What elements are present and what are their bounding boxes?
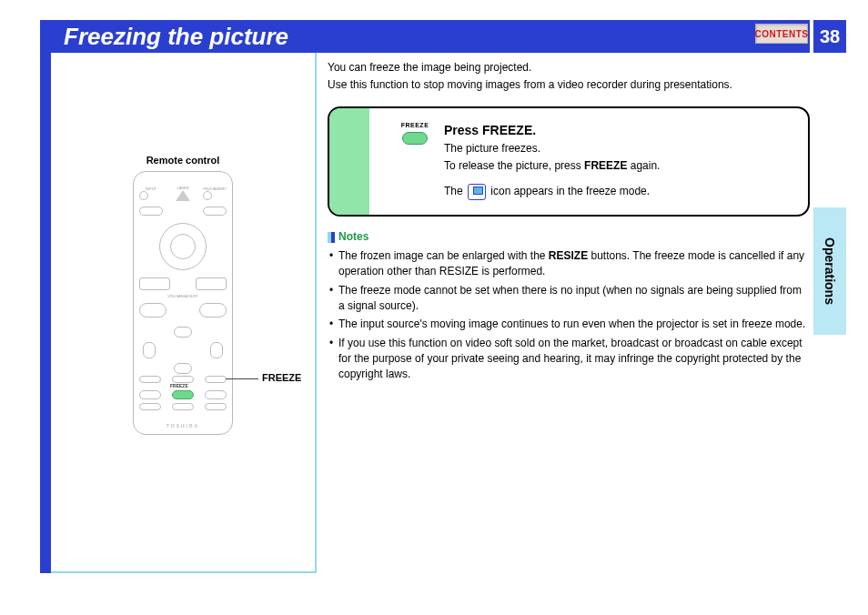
- remote-freeze-label: FREEZE: [170, 383, 188, 388]
- page-title: Freezing the picture: [64, 23, 288, 51]
- notes-list: The frozen image can be enlarged with th…: [328, 248, 810, 381]
- left-blue-rule: [40, 20, 51, 573]
- laser-icon: [176, 190, 190, 201]
- title-bar: Freezing the picture: [51, 20, 810, 53]
- vertical-divider: [315, 53, 317, 573]
- remote-rclick-button: [196, 277, 227, 290]
- remote-illustration: INPUT LASER ON/STANDBY VOLUME/ADJUST: [133, 171, 233, 435]
- intro-line-2: Use this function to stop moving images …: [328, 77, 810, 93]
- freeze-callout: FREEZE: [262, 372, 301, 383]
- remote-brand-label: TOSHIBA: [134, 423, 232, 428]
- remote-lclick-button: [139, 277, 170, 290]
- remote-control-label: Remote control: [51, 155, 315, 166]
- section-tab-label: Operations: [823, 237, 837, 305]
- page-number: 38: [820, 26, 840, 47]
- note-item: The input source's moving image continue…: [328, 317, 810, 332]
- remote-vol-up-button: [199, 303, 227, 318]
- notes-heading: Notes: [328, 229, 810, 245]
- remote-freeze-button: [172, 390, 194, 399]
- remote-vol-down-button: [139, 303, 167, 318]
- instruction-box: FREEZE Press FREEZE. The picture freezes…: [328, 106, 810, 217]
- note-item: The freeze mode cannot be set when there…: [328, 283, 810, 314]
- page-number-badge: 38: [813, 20, 846, 53]
- remote-power-icon: [203, 191, 212, 200]
- contents-label: CONTENTS: [755, 29, 809, 39]
- remote-input-icon: [139, 191, 148, 200]
- freeze-button-diagram: FREEZE: [393, 121, 437, 145]
- instruction-line-2: To release the picture, press FREEZE aga…: [444, 158, 792, 174]
- instruction-title: Press FREEZE.: [444, 121, 792, 139]
- left-column: Remote control INPUT LASER ON/STANDBY: [51, 155, 315, 435]
- contents-button[interactable]: CONTENTS: [755, 24, 808, 44]
- manual-page: Freezing the picture CONTENTS 38 Operati…: [0, 0, 868, 615]
- callout-line: [226, 378, 258, 379]
- notes-bullet-icon: [328, 232, 335, 243]
- freeze-chip-icon: [402, 132, 428, 145]
- note-item: The frozen image can be enlarged with th…: [328, 248, 810, 279]
- intro-line-1: You can freeze the image being projected…: [328, 60, 810, 76]
- content-column: You can freeze the image being projected…: [328, 60, 810, 386]
- remote-keystone-button: [139, 207, 163, 216]
- instruction-line-1: The picture freezes.: [444, 141, 792, 156]
- remote-trackpad-icon: [159, 223, 207, 270]
- section-tab: Operations: [813, 207, 846, 335]
- freeze-mode-icon: [468, 184, 486, 200]
- notes-label: Notes: [338, 229, 368, 245]
- note-item: If you use this function on video soft s…: [328, 336, 810, 381]
- instruction-green-tab: [329, 108, 369, 215]
- remote-illustration-wrap: INPUT LASER ON/STANDBY VOLUME/ADJUST: [51, 171, 315, 435]
- remote-dpad: [139, 327, 227, 374]
- intro-text: You can freeze the image being projected…: [328, 60, 810, 94]
- instruction-line-3: The icon appears in the freeze mode.: [444, 184, 792, 200]
- remote-auto-button: [203, 207, 227, 216]
- freeze-chip-label: FREEZE: [393, 121, 437, 130]
- horizontal-divider: [51, 571, 315, 573]
